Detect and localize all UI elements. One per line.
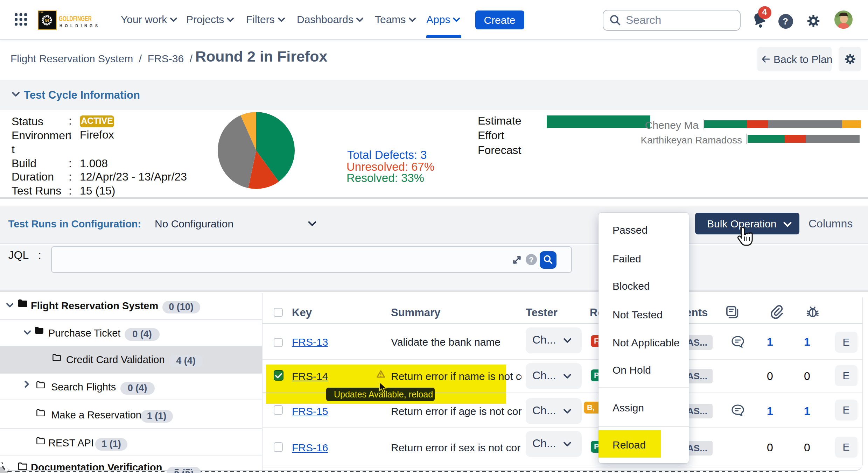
svg-text:Gf: Gf xyxy=(45,18,49,22)
